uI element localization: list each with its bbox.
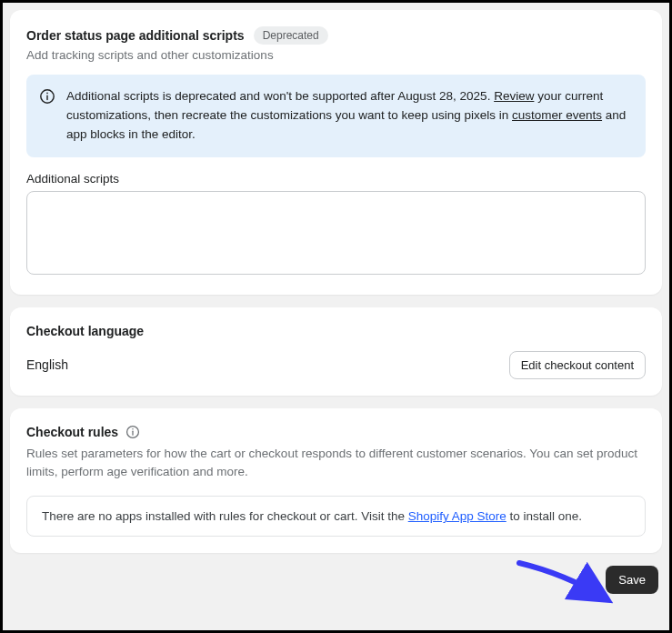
banner-review-link[interactable]: Review (494, 89, 534, 103)
checkout-language-title: Checkout language (26, 324, 646, 338)
deprecation-banner: Additional scripts is deprecated and won… (26, 75, 646, 157)
order-status-header: Order status page additional scripts Dep… (26, 26, 646, 45)
svg-point-2 (46, 93, 48, 95)
checkout-rules-notice: There are no apps installed with rules f… (26, 496, 646, 537)
deprecated-badge: Deprecated (254, 26, 328, 45)
checkout-rules-card: Checkout rules Rules set parameters for … (10, 408, 662, 554)
order-status-title: Order status page additional scripts (26, 28, 245, 43)
checkout-language-row: English Edit checkout content (26, 351, 646, 379)
info-icon[interactable] (125, 425, 140, 439)
checkout-language-value: English (26, 357, 68, 372)
checkout-rules-description: Rules set parameters for how the cart or… (26, 445, 646, 482)
additional-scripts-label: Additional scripts (26, 172, 646, 186)
banner-text: Additional scripts is deprecated and won… (66, 87, 631, 145)
notice-post: to install one. (507, 509, 582, 523)
checkout-language-card: Checkout language English Edit checkout … (10, 307, 662, 396)
checkout-rules-header: Checkout rules (26, 425, 646, 439)
save-row: Save (10, 566, 662, 598)
edit-checkout-content-button[interactable]: Edit checkout content (509, 351, 646, 379)
shopify-app-store-link[interactable]: Shopify App Store (408, 509, 507, 523)
svg-point-5 (132, 428, 133, 429)
banner-customer-events-link[interactable]: customer events (512, 108, 602, 122)
notice-pre: There are no apps installed with rules f… (42, 509, 408, 523)
order-status-scripts-card: Order status page additional scripts Dep… (10, 10, 662, 295)
order-status-subtitle: Add tracking scripts and other customiza… (26, 48, 646, 62)
additional-scripts-textarea[interactable] (26, 191, 646, 275)
banner-text-pre: Additional scripts is deprecated and won… (66, 89, 494, 103)
checkout-rules-title: Checkout rules (26, 425, 118, 439)
info-icon (39, 88, 55, 105)
save-button[interactable]: Save (606, 566, 658, 594)
